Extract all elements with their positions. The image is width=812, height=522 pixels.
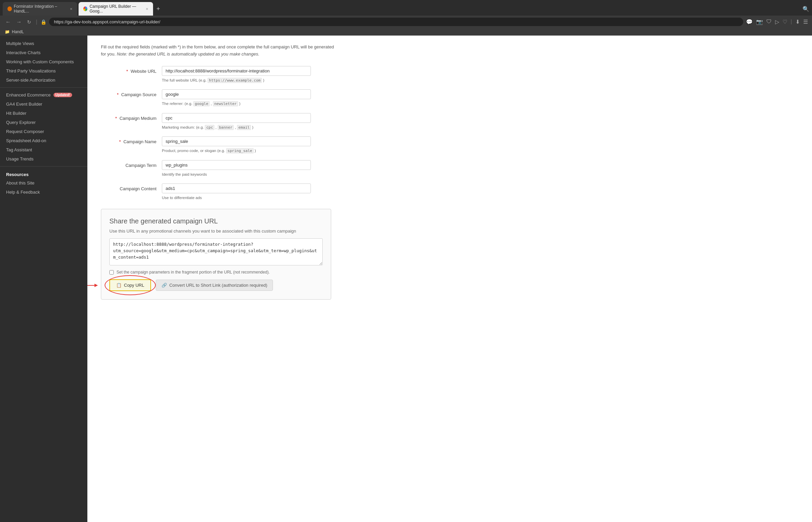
hint-campaign-medium: Marketing medium: (e.g. cpc , banner , e… [162,125,311,130]
arrow-annotation [87,285,96,286]
input-campaign-term[interactable] [162,160,311,170]
copy-btn-wrapper: 📋 Copy URL [110,279,151,291]
input-campaign-content[interactable] [162,183,311,193]
sidebar-label-custom-components: Working with Custom Components [6,59,74,64]
tab-close-campaign[interactable]: ✕ [145,7,148,11]
sidebar-item-multiple-views[interactable]: Multiple Views [0,39,87,48]
required-star-4: * [119,139,121,144]
control-campaign-content: Use to differentiate ads [162,183,311,201]
sidebar-label-hit-builder: Hit Builder [6,111,26,116]
control-website-url: The full website URL (e.g. https://www.e… [162,66,311,84]
divider: | [791,19,792,25]
tab-label-forminator: Forminator Integration – HandL... [14,4,68,14]
generated-url-textarea[interactable]: http://localhost:8888/wordpress/forminat… [110,238,323,265]
sidebar-item-third-party[interactable]: Third Party Visualizations [0,66,87,76]
copy-url-button[interactable]: 📋 Copy URL [110,279,151,291]
tab-favicon-firefox [7,6,12,11]
sidebar-item-interactive-charts[interactable]: Interactive Charts [0,48,87,57]
hint-code-medium-1: cpc [205,125,214,130]
tab-campaign-builder[interactable]: Campaign URL Builder — Goog... ✕ [79,2,153,16]
new-tab-button[interactable]: + [154,5,162,13]
form-row-campaign-name: * Campaign Name Product, promo code, or … [101,136,798,154]
sidebar-label-ga4-event: GA4 Event Builder [6,102,42,107]
tab-close-forminator[interactable]: ✕ [70,7,73,11]
sidebar-item-hit-builder[interactable]: Hit Builder [0,109,87,118]
hint-campaign-name: Product, promo code, or slogan (e.g. spr… [162,148,311,154]
sidebar-item-tag-assistant[interactable]: Tag Assistant [0,145,87,154]
back-button[interactable]: ← [4,18,12,26]
content-area: Fill out the required fields (marked wit… [87,36,812,522]
control-campaign-medium: Marketing medium: (e.g. cpc , banner , e… [162,113,311,130]
play-icon[interactable]: ▷ [775,19,779,25]
input-campaign-source[interactable] [162,89,311,99]
copy-icon: 📋 [116,283,122,288]
hint-code-medium-2: banner [218,125,234,130]
sidebar-label-interactive-charts: Interactive Charts [6,50,41,55]
download-icon[interactable]: ⬇ [795,19,800,25]
url-bar[interactable] [49,18,743,26]
label-campaign-term: Campaign Term [101,160,162,168]
form-row-campaign-source: * Campaign Source The referrer: (e.g. go… [101,89,798,107]
sidebar-label-enhanced-ecommerce: Enhanced Ecommerce [6,93,51,98]
link-icon: 🔗 [161,283,167,288]
chat-icon[interactable]: 💬 [746,19,753,25]
sidebar-label-usage-trends: Usage Trends [6,156,34,161]
camera-icon[interactable]: 📷 [756,19,763,25]
browser-chrome: Forminator Integration – HandL... ✕ Camp… [0,0,812,36]
hint-website-url: The full website URL (e.g. https://www.e… [162,78,311,84]
hint-code-source-2: newsletter [213,101,238,106]
sidebar-resources-section: Resources About this Site Help & Feedbac… [0,169,87,197]
input-campaign-name[interactable] [162,136,311,146]
sidebar-label-request-composer: Request Composer [6,129,44,134]
convert-short-link-button[interactable]: 🔗 Convert URL to Short Link (authorizati… [156,280,273,291]
search-icon[interactable]: 🔍 [803,6,809,12]
sidebar-item-usage-trends[interactable]: Usage Trends [0,154,87,163]
input-website-url[interactable] [162,66,311,76]
sidebar-item-help-feedback[interactable]: Help & Feedback [0,187,87,197]
control-campaign-source: The referrer: (e.g. google , newsletter … [162,89,311,107]
label-campaign-source: * Campaign Source [101,89,162,97]
sidebar-label-help-feedback: Help & Feedback [6,189,40,195]
button-row: 📋 Copy URL 🔗 Convert URL to Short Link (… [110,279,323,291]
sidebar: Multiple Views Interactive Charts Workin… [0,36,87,522]
fragment-checkbox[interactable] [110,270,114,275]
bookmark-handl[interactable]: HandL [12,29,24,34]
sidebar-item-request-composer[interactable]: Request Composer [0,127,87,136]
sidebar-label-query-explorer: Query Explorer [6,120,36,125]
sidebar-item-ga4-event[interactable]: GA4 Event Builder [0,100,87,109]
sidebar-label-third-party: Third Party Visualizations [6,68,56,74]
tab-label-campaign: Campaign URL Builder — Goog... [90,4,143,14]
reload-button[interactable]: ↻ [26,19,33,25]
sidebar-label-multiple-views: Multiple Views [6,41,34,46]
sidebar-resources-title: Resources [0,169,87,178]
sidebar-item-server-auth[interactable]: Server-side Authorization [0,76,87,85]
nav-bar: ← → ↻ | 🔒 💬 📷 🛡 ▷ ♡ | ⬇ ☰ [0,16,812,28]
sidebar-item-about-site[interactable]: About this Site [0,178,87,187]
shield-icon[interactable]: 🛡 [766,19,772,25]
app-body: Multiple Views Interactive Charts Workin… [0,36,812,522]
nav-icons: 💬 📷 🛡 ▷ ♡ | ⬇ ☰ [746,19,808,25]
lock-icon: 🔒 [41,19,46,25]
share-box: Share the generated campaign URL Use thi… [101,209,331,300]
label-campaign-content: Campaign Content [101,183,162,191]
label-website-url: * Website URL [101,66,162,74]
intro-text: Fill out the required fields (marked wit… [101,44,338,58]
form-row-campaign-term: Campaign Term Identify the paid keywords [101,160,798,177]
hint-code-name: spring_sale [226,148,254,153]
forward-button[interactable]: → [15,18,23,26]
sidebar-item-custom-components[interactable]: Working with Custom Components [0,57,87,66]
bookmarks-bar: 📁 HandL [0,28,812,36]
sidebar-label-spreadsheet-addon: Spreadsheet Add-on [6,138,46,143]
input-campaign-medium[interactable] [162,113,311,123]
menu-icon[interactable]: ☰ [803,19,808,25]
sidebar-item-spreadsheet-addon[interactable]: Spreadsheet Add-on [0,136,87,145]
sidebar-item-enhanced-ecommerce[interactable]: Enhanced Ecommerce Updated! [0,91,87,100]
sidebar-label-about-site: About this Site [6,180,35,185]
hint-campaign-source: The referrer: (e.g. google , newsletter … [162,101,311,107]
sidebar-item-query-explorer[interactable]: Query Explorer [0,118,87,127]
form-row-campaign-medium: * Campaign Medium Marketing medium: (e.g… [101,113,798,130]
heart-icon[interactable]: ♡ [783,19,787,25]
label-campaign-medium: * Campaign Medium [101,113,162,121]
label-campaign-name: * Campaign Name [101,136,162,144]
tab-forminator[interactable]: Forminator Integration – HandL... ✕ [3,2,77,16]
